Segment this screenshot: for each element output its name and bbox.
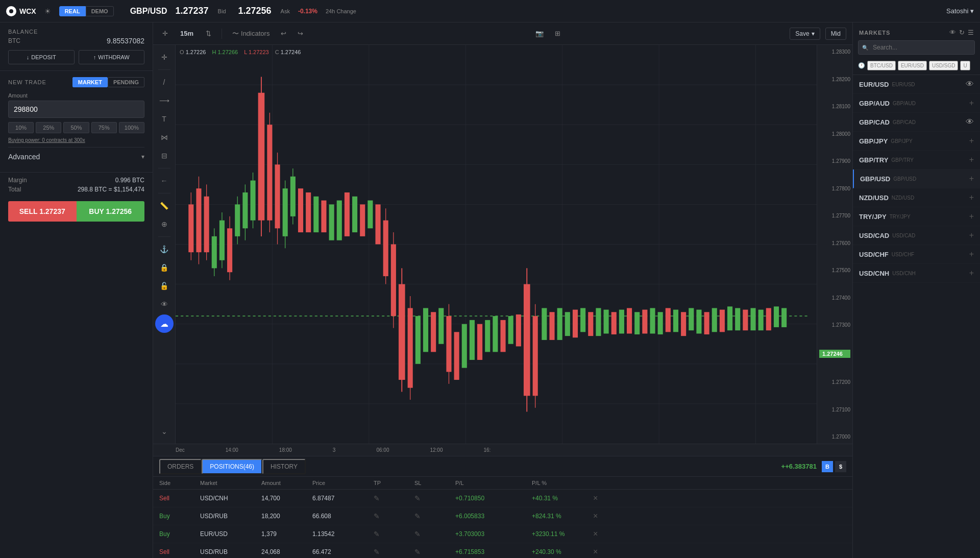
market-visibility-icon[interactable]: 👁 (966, 117, 974, 127)
compare-button[interactable]: ⇅ (203, 28, 214, 39)
market-item-tryjpy[interactable]: TRY/JPY TRY/JPY + (853, 207, 980, 226)
sl-edit-icon[interactable]: ✎ (414, 512, 455, 520)
market-add-icon[interactable]: + (969, 136, 974, 145)
positions-tab[interactable]: POSITIONS(46) (202, 459, 262, 474)
pending-button[interactable]: PENDING (108, 77, 144, 87)
ray-tool-button[interactable]: ⟶ (156, 92, 173, 109)
row-pl: +6.715853 (455, 548, 532, 555)
btc-switch-button[interactable]: B (822, 461, 833, 472)
markets-search-input[interactable] (858, 40, 975, 55)
user-info[interactable]: Satoshi ▾ (946, 7, 974, 15)
lock-tool-button[interactable]: 🔒 (156, 259, 173, 276)
pct-10-button[interactable]: 10% (8, 122, 34, 133)
market-add-icon[interactable]: + (969, 269, 974, 278)
advanced-toggle[interactable]: Advanced ▾ (8, 147, 144, 166)
market-add-icon[interactable]: + (969, 250, 974, 259)
screenshot-button[interactable]: 📷 (532, 28, 547, 39)
tp-edit-icon[interactable]: ✎ (374, 548, 414, 556)
zoom-in-button[interactable]: ⊕ (156, 216, 173, 232)
mode-switcher[interactable]: REAL DEMO (59, 6, 114, 16)
markets-eye-button[interactable]: 👁 (949, 29, 956, 36)
markets-refresh-button[interactable]: ↻ (959, 29, 965, 36)
market-item-gbpaud[interactable]: GBP/AUD GBP/AUD + (853, 94, 980, 113)
demo-mode-button[interactable]: DEMO (86, 6, 114, 16)
market-item-nzdusd[interactable]: NZD/USD NZD/USD + (853, 188, 980, 207)
multiline-tool-button[interactable]: ⊟ (156, 148, 173, 164)
sl-edit-icon[interactable]: ✎ (414, 494, 455, 502)
market-add-icon[interactable]: + (969, 155, 974, 164)
pen-tool-button[interactable]: / (156, 74, 173, 90)
layout-button[interactable]: ⊞ (552, 28, 564, 39)
market-item-gbpjpy[interactable]: GBP/JPY GBP/JPY + (853, 132, 980, 151)
sl-edit-icon[interactable]: ✎ (414, 548, 455, 556)
withdraw-button[interactable]: ↑ WITHDRAW (79, 50, 145, 64)
pct-75-button[interactable]: 75% (91, 122, 117, 133)
path-tool-button[interactable]: ⋈ (156, 129, 173, 145)
deposit-button[interactable]: ↓ DEPOSIT (8, 50, 75, 64)
market-button[interactable]: MARKET (72, 77, 108, 87)
tp-edit-icon[interactable]: ✎ (374, 494, 414, 502)
timeframe-button[interactable]: 15m (176, 28, 198, 39)
sl-edit-icon[interactable]: ✎ (414, 530, 455, 538)
close-position-icon[interactable]: × (593, 494, 614, 503)
eye-tool-button[interactable]: 👁 (156, 296, 173, 312)
quick-pair-btcusd[interactable]: BTC/USD (867, 61, 896, 70)
cloud-button[interactable]: ☁ (155, 314, 174, 333)
cursor-tool-button[interactable]: ✛ (156, 49, 173, 65)
markets-menu-button[interactable]: ☰ (968, 29, 974, 36)
redo-button[interactable]: ↪ (295, 28, 306, 39)
market-add-icon[interactable]: + (969, 99, 974, 108)
pct-50-button[interactable]: 50% (63, 122, 89, 133)
real-mode-button[interactable]: REAL (59, 6, 86, 16)
market-item-eurusd[interactable]: EUR/USD EUR/USD 👁 (853, 75, 980, 94)
tool-separator (158, 69, 170, 70)
market-item-usdchf[interactable]: USD/CHF USD/CHF + (853, 245, 980, 264)
quick-pair-eurusd[interactable]: EUR/USD (898, 61, 927, 70)
text-tool-button[interactable]: T (156, 111, 173, 127)
close-position-icon[interactable]: × (593, 529, 614, 539)
close-position-icon[interactable]: × (593, 512, 614, 521)
unlock-tool-button[interactable]: 🔓 (156, 278, 173, 294)
eye-icon: 👁 (949, 29, 956, 36)
mid-button[interactable]: Mid (825, 28, 846, 40)
market-item-gbptry[interactable]: GBP/TRY GBP/TRY + (853, 151, 980, 169)
theme-icon[interactable]: ☀ (44, 7, 51, 15)
usd-switch-button[interactable]: $ (835, 461, 846, 472)
quick-pair-more[interactable]: U (960, 61, 970, 70)
search-container (858, 40, 975, 55)
undo-button[interactable]: ↩ (278, 28, 289, 39)
pct-25-button[interactable]: 25% (36, 122, 61, 133)
save-button[interactable]: Save ▾ (790, 28, 820, 40)
anchor-tool-button[interactable]: ⚓ (156, 241, 173, 257)
market-add-icon[interactable]: + (969, 174, 974, 183)
close-position-icon[interactable]: × (593, 547, 614, 556)
pct-100-button[interactable]: 100% (119, 122, 144, 133)
expand-button[interactable]: ⌄ (156, 423, 173, 440)
market-add-icon[interactable]: + (969, 193, 974, 202)
price-level: 1.28200 (819, 77, 850, 82)
quick-pairs-bar: 🕐 BTC/USD EUR/USD USD/SGD U (853, 59, 980, 75)
tp-edit-icon[interactable]: ✎ (374, 530, 414, 538)
crosshair-tool-button[interactable]: ✛ (159, 28, 171, 39)
market-add-icon[interactable]: + (969, 212, 974, 221)
buy-button[interactable]: BUY 1.27256 (77, 201, 145, 222)
market-item-usdcad[interactable]: USD/CAD USD/CAD + (853, 226, 980, 245)
market-item-usdcnh[interactable]: USD/CNH USD/CNH + (853, 264, 980, 283)
market-visibility-icon[interactable]: 👁 (966, 80, 974, 89)
svg-rect-110 (758, 310, 764, 331)
market-item-gbpcad[interactable]: GBP/CAD GBP/CAD 👁 (853, 113, 980, 132)
svg-rect-82 (542, 308, 547, 339)
market-add-icon[interactable]: + (969, 231, 974, 240)
back-tool-button[interactable]: ← (156, 173, 173, 189)
ruler-tool-button[interactable]: 📏 (156, 198, 173, 214)
market-item-gbpusd[interactable]: GBP/USD GBP/USD + (853, 169, 980, 188)
amount-input[interactable] (8, 101, 144, 118)
chart-container: ✛ / ⟶ T ⋈ ⊟ ← 📏 ⊕ ⚓ 🔒 🔓 👁 (153, 45, 852, 444)
sell-button[interactable]: SELL 1.27237 (8, 201, 77, 222)
orders-tab[interactable]: ORDERS (159, 459, 202, 474)
tp-edit-icon[interactable]: ✎ (374, 512, 414, 520)
clock-icon: 🕐 (858, 62, 865, 69)
indicators-button[interactable]: 〜 Indicators (229, 27, 273, 40)
history-tab[interactable]: HISTORY (262, 459, 306, 474)
quick-pair-usdsgd[interactable]: USD/SGD (929, 61, 959, 70)
